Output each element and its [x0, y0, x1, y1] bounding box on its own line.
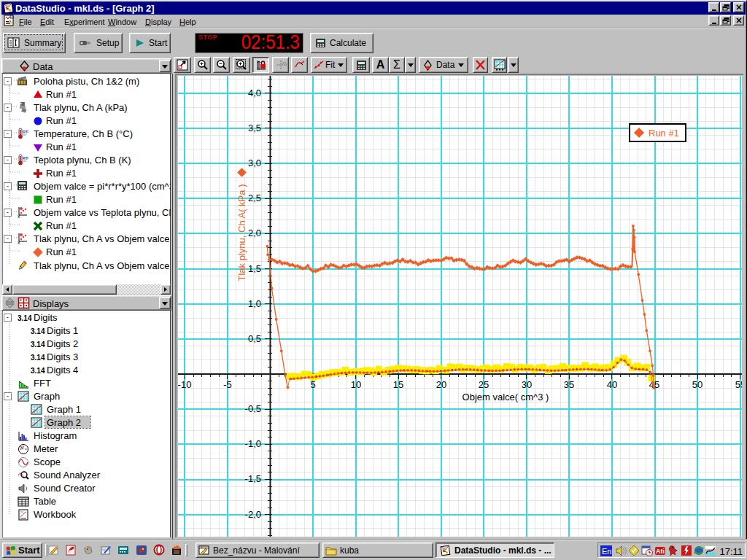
svg-text:RTD: RTD — [23, 130, 28, 134]
svg-text:1,5: 1,5 — [248, 263, 261, 274]
svg-text:0,5: 0,5 — [248, 333, 261, 344]
svg-text:3.14: 3.14 — [18, 314, 32, 322]
svg-text:3,0: 3,0 — [248, 158, 261, 168]
svg-text:-2,0: -2,0 — [245, 509, 261, 520]
svg-text:x: x — [18, 240, 20, 244]
svg-text:Objem valce( cm^3 ): Objem valce( cm^3 ) — [462, 392, 549, 402]
svg-text:3.14: 3.14 — [31, 354, 45, 362]
svg-text:40: 40 — [607, 379, 617, 390]
svg-text:35: 35 — [564, 379, 574, 390]
svg-text:25: 25 — [479, 379, 489, 390]
svg-text:3.14: 3.14 — [31, 341, 45, 349]
svg-text:3.14: 3.14 — [31, 327, 45, 335]
svg-text:-1,5: -1,5 — [245, 473, 261, 484]
svg-text:50: 50 — [692, 379, 703, 390]
svg-text:55: 55 — [735, 379, 742, 390]
svg-text:Ati: Ati — [656, 548, 665, 555]
svg-text:20: 20 — [436, 379, 446, 390]
svg-text:-1,0: -1,0 — [245, 438, 261, 449]
svg-text:xy: xy — [282, 60, 287, 66]
svg-text:Tlak plynu, Ch A( kPa ): Tlak plynu, Ch A( kPa ) — [236, 184, 247, 281]
svg-text:30: 30 — [522, 379, 532, 390]
svg-text:15: 15 — [393, 379, 403, 390]
svg-text:2,5: 2,5 — [248, 192, 261, 203]
svg-text:3,5: 3,5 — [248, 122, 261, 133]
svg-text:En: En — [602, 547, 611, 556]
svg-text:x: x — [18, 214, 20, 218]
svg-text:Run #1: Run #1 — [649, 128, 679, 139]
svg-text:4,0: 4,0 — [248, 88, 261, 98]
svg-text:2,0: 2,0 — [248, 228, 261, 238]
svg-text:-5: -5 — [223, 379, 232, 390]
svg-text:3.14: 3.14 — [31, 367, 45, 375]
svg-text:-10: -10 — [178, 379, 191, 390]
svg-text:RTD: RTD — [23, 156, 28, 160]
svg-text:1,0: 1,0 — [248, 298, 261, 309]
svg-text:10: 10 — [351, 379, 361, 390]
svg-text:5: 5 — [310, 379, 315, 390]
svg-text:-0,5: -0,5 — [245, 403, 261, 414]
